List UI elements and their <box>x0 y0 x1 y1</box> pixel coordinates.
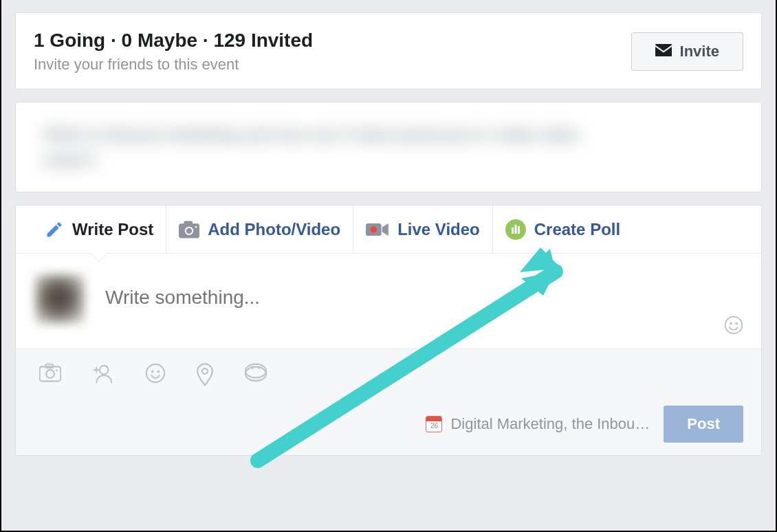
emoji-icon[interactable] <box>724 315 743 337</box>
svg-point-20 <box>151 370 154 373</box>
location-icon[interactable] <box>196 363 214 386</box>
svg-rect-10 <box>518 226 520 234</box>
svg-point-16 <box>46 370 54 379</box>
svg-rect-14 <box>40 367 61 381</box>
svg-point-13 <box>735 322 738 325</box>
svg-point-18 <box>100 366 109 375</box>
footer-bottom: Digital Marketing, the Inbou… Post <box>34 406 743 443</box>
tab-label: Create Poll <box>534 220 620 239</box>
event-invite-card: 1 Going · 0 Maybe · 129 Invited Invite y… <box>15 12 762 89</box>
camera-icon <box>179 221 199 239</box>
invite-button[interactable]: Invite <box>631 32 743 71</box>
tab-write-post[interactable]: Write Post <box>32 206 166 253</box>
svg-point-12 <box>730 322 732 325</box>
svg-rect-8 <box>512 228 514 234</box>
svg-point-23 <box>245 367 266 381</box>
svg-point-19 <box>146 364 164 382</box>
composer-footer: Digital Marketing, the Inbou… Post <box>16 348 761 455</box>
camera-attachment-icon[interactable] <box>39 363 61 386</box>
tab-live-video[interactable]: Live Video <box>353 206 493 253</box>
compose-body <box>16 254 761 348</box>
tag-people-icon[interactable] <box>91 363 115 386</box>
poll-icon <box>505 219 526 240</box>
svg-point-11 <box>725 317 743 334</box>
svg-point-17 <box>56 370 58 372</box>
svg-rect-9 <box>514 225 516 234</box>
svg-point-21 <box>157 370 160 373</box>
rsvp-counts: 1 Going · 0 Maybe · 129 Invited <box>34 30 631 52</box>
calendar-icon <box>426 416 442 432</box>
post-button-label: Post <box>687 415 720 432</box>
svg-point-3 <box>186 228 192 234</box>
composer-tabs: Write Post Add Photo/Video Live Video Cr… <box>16 206 761 254</box>
svg-point-22 <box>202 368 208 374</box>
feeling-icon[interactable] <box>145 363 166 386</box>
footer-attachment-row <box>34 360 743 406</box>
svg-point-6 <box>371 226 377 233</box>
invite-subtitle: Invite your friends to this event <box>34 56 631 74</box>
video-camera-icon <box>366 221 389 238</box>
event-tag[interactable]: Digital Marketing, the Inbou… <box>426 415 650 433</box>
tab-add-photo-video[interactable]: Add Photo/Video <box>166 206 353 253</box>
invite-text-block: 1 Going · 0 Maybe · 129 Invited Invite y… <box>34 30 631 74</box>
gif-sticker-icon[interactable] <box>244 363 267 386</box>
event-description-card: What is inbound marketing and how can it… <box>15 102 762 192</box>
blurred-description: What is inbound marketing and how can it… <box>43 122 579 173</box>
svg-point-4 <box>195 226 197 228</box>
event-tag-label: Digital Marketing, the Inbou… <box>450 415 650 433</box>
pencil-icon <box>45 220 64 239</box>
invite-button-label: Invite <box>680 43 719 60</box>
post-composer: Write Post Add Photo/Video Live Video Cr… <box>15 205 762 456</box>
compose-input[interactable] <box>105 274 742 309</box>
tab-label: Add Photo/Video <box>208 220 340 239</box>
svg-rect-1 <box>184 221 193 225</box>
tab-create-poll[interactable]: Create Poll <box>493 206 633 253</box>
tab-label: Write Post <box>72 220 153 239</box>
tab-label: Live Video <box>397 220 480 239</box>
post-button[interactable]: Post <box>664 406 743 443</box>
avatar <box>35 274 85 324</box>
envelope-icon <box>655 43 672 60</box>
